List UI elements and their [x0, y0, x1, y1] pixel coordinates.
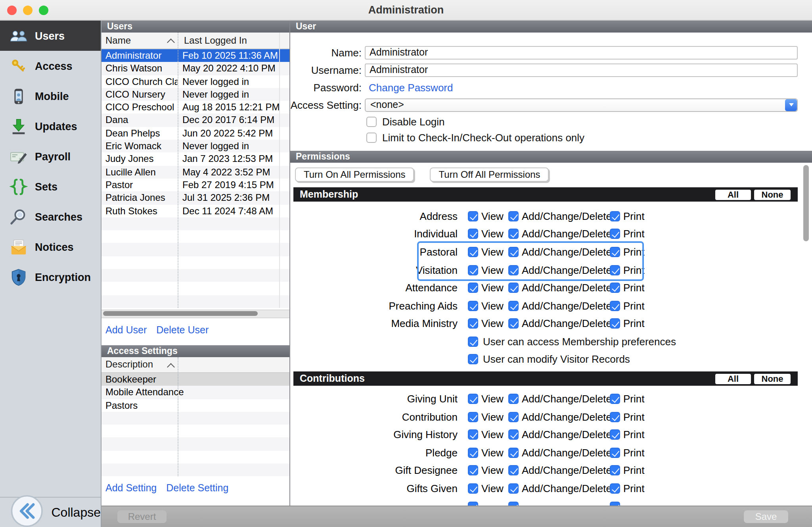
add-change-delete-checkbox[interactable] [508, 265, 519, 275]
add-change-delete-checkbox[interactable] [508, 465, 519, 476]
access-setting-row[interactable]: Mobile Attendance [102, 386, 289, 399]
print-checkbox[interactable] [610, 447, 620, 458]
print-checkbox[interactable] [610, 211, 620, 221]
print-checkbox[interactable] [610, 301, 620, 311]
sidebar-item-users[interactable]: Users [0, 21, 101, 51]
view-checkbox[interactable] [468, 483, 478, 494]
print-checkbox[interactable] [610, 501, 620, 506]
user-row[interactable]: CICO Church ClassNever logged in [102, 75, 289, 88]
print-checkbox[interactable] [610, 247, 620, 257]
access-setting-dropdown[interactable]: <none> [365, 98, 798, 112]
add-change-delete-checkbox[interactable] [508, 301, 519, 311]
add-change-delete-checkbox[interactable] [508, 429, 519, 440]
sidebar-item-searches[interactable]: Searches [0, 202, 101, 232]
view-checkbox[interactable] [468, 211, 478, 221]
print-checkbox[interactable] [610, 319, 620, 329]
add-change-delete-checkbox[interactable] [508, 483, 519, 494]
print-checkbox[interactable] [610, 483, 620, 494]
print-checkbox[interactable] [610, 283, 620, 293]
print-checkbox[interactable] [610, 229, 620, 239]
access-setting-row[interactable]: Pastors [102, 399, 289, 412]
empty-row[interactable] [102, 412, 289, 425]
empty-row[interactable] [102, 269, 289, 282]
column-header-name[interactable]: Name [102, 35, 131, 46]
user-row[interactable]: Chris WatsonMay 20 2022 4:10 PM [102, 62, 289, 75]
print-checkbox[interactable] [610, 465, 620, 476]
empty-row[interactable] [102, 438, 289, 451]
empty-row[interactable] [102, 295, 289, 308]
change-password-link[interactable]: Change Password [369, 81, 453, 93]
sidebar-item-sets[interactable]: Sets [0, 171, 101, 202]
user-row[interactable]: Eric WomackNever logged in [102, 140, 289, 153]
contributions-none-button[interactable]: None [754, 373, 791, 384]
chevron-down-icon[interactable] [785, 99, 797, 111]
add-change-delete-checkbox[interactable] [508, 229, 519, 239]
empty-row[interactable] [102, 230, 289, 243]
user-row[interactable]: Dean PhelpsJun 20 2022 5:42 PM [102, 127, 289, 140]
user-row[interactable]: CICO PreschoolAug 18 2015 12:21 PM [102, 101, 289, 114]
name-input[interactable] [365, 46, 798, 59]
view-checkbox[interactable] [468, 412, 478, 422]
limit-cico-checkbox[interactable] [366, 132, 377, 142]
user-row[interactable]: DanaDec 20 2017 6:14 PM [102, 114, 289, 127]
empty-row[interactable] [102, 464, 289, 477]
membership-all-button[interactable]: All [715, 189, 751, 200]
empty-row[interactable] [102, 256, 289, 269]
empty-row[interactable] [102, 217, 289, 231]
sidebar-item-payroll[interactable]: Payroll [0, 141, 101, 171]
print-checkbox[interactable] [610, 394, 620, 404]
view-checkbox[interactable] [468, 429, 478, 440]
add-user-link[interactable]: Add User [105, 325, 147, 336]
add-change-delete-checkbox[interactable] [508, 447, 519, 458]
user-row[interactable]: CICO NurseryNever logged in [102, 88, 289, 101]
disable-login-checkbox[interactable] [366, 116, 377, 127]
sidebar-item-access[interactable]: Access [0, 51, 101, 81]
view-checkbox[interactable] [468, 247, 478, 257]
view-checkbox[interactable] [468, 465, 478, 476]
add-change-delete-checkbox[interactable] [508, 412, 519, 422]
username-input[interactable] [365, 63, 798, 77]
add-change-delete-checkbox[interactable] [508, 211, 519, 221]
view-checkbox[interactable] [468, 501, 478, 506]
add-change-delete-checkbox[interactable] [508, 319, 519, 329]
turn-off-all-permissions-button[interactable]: Turn Off All Permissions [430, 167, 549, 182]
vertical-scrollbar[interactable] [803, 165, 809, 241]
membership-none-button[interactable]: None [754, 189, 791, 200]
view-checkbox[interactable] [468, 283, 478, 293]
user-row[interactable]: Ruth StokesDec 11 2024 7:48 AM [102, 204, 289, 217]
user-row[interactable]: Patricia JonesJul 31 2025 2:36 PM [102, 192, 289, 205]
add-change-delete-checkbox[interactable] [508, 283, 519, 293]
add-change-delete-checkbox[interactable] [508, 501, 519, 506]
empty-row[interactable] [102, 243, 289, 256]
column-header-last-logged-in[interactable]: Last Logged In [184, 35, 247, 46]
view-checkbox[interactable] [468, 301, 478, 311]
view-checkbox[interactable] [468, 447, 478, 458]
contributions-all-button[interactable]: All [715, 373, 751, 384]
modify-visitor-records-checkbox[interactable] [468, 354, 478, 364]
user-row[interactable]: PastorFeb 27 2019 4:15 PM [102, 179, 289, 192]
print-checkbox[interactable] [610, 412, 620, 422]
print-checkbox[interactable] [610, 265, 620, 275]
empty-row[interactable] [102, 450, 289, 464]
view-checkbox[interactable] [468, 319, 478, 329]
user-row[interactable]: Lucille AllenMay 4 2022 3:52 PM [102, 165, 289, 179]
horizontal-scrollbar[interactable] [102, 310, 289, 318]
user-row[interactable]: Judy JonesJan 7 2023 12:53 PM [102, 153, 289, 166]
add-setting-link[interactable]: Add Setting [105, 483, 157, 494]
user-row[interactable]: AdministratorFeb 10 2025 11:36 AM [102, 49, 289, 62]
sidebar-item-encryption[interactable]: Encryption [0, 262, 101, 292]
delete-setting-link[interactable]: Delete Setting [166, 483, 228, 494]
turn-on-all-permissions-button[interactable]: Turn On All Permissions [295, 167, 414, 182]
view-checkbox[interactable] [468, 229, 478, 239]
empty-row[interactable] [102, 425, 289, 438]
column-header-description[interactable]: Description [102, 359, 153, 370]
add-change-delete-checkbox[interactable] [508, 394, 519, 404]
collapse-button[interactable]: Collapse [0, 497, 101, 527]
horizontal-scrollbar-thumb[interactable] [103, 311, 258, 316]
access-setting-row[interactable]: Bookkeeper [102, 373, 289, 386]
sidebar-item-notices[interactable]: Notices [0, 232, 101, 262]
sidebar-item-mobile[interactable]: Mobile [0, 81, 101, 111]
membership-preferences-checkbox[interactable] [468, 336, 478, 346]
delete-user-link[interactable]: Delete User [156, 325, 209, 336]
save-button[interactable]: Save [744, 510, 788, 523]
